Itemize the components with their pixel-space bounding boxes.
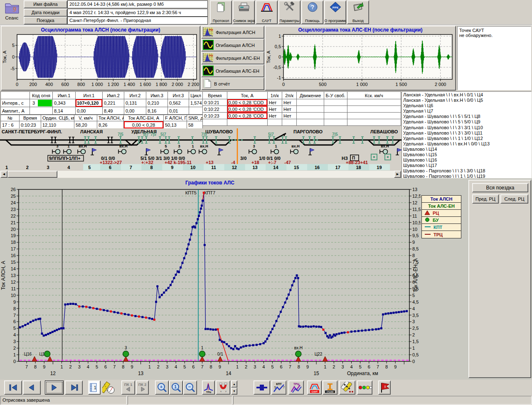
toolbar-button-tools[interactable]: Параметры (278, 0, 300, 24)
toolbar-button-help[interactable]: ?Помощь (301, 0, 323, 24)
zoom-in-button[interactable]: + (155, 380, 169, 395)
svg-text:5: 5 (412, 293, 415, 298)
svg-text:КПТ5: КПТ5 (185, 190, 197, 195)
rc-list-item[interactable]: Ланская - Удельная \ I \ вх.Н \ 0/1 \ Ц4 (403, 92, 530, 98)
rc-list-item[interactable]: Шувалово \ Ц17 (403, 163, 530, 168)
styki-button[interactable]: стыки (323, 380, 337, 395)
spinner-buttons[interactable]: ▲▼ (231, 380, 237, 395)
zoom-out-button[interactable]: − (183, 380, 197, 395)
filter-button-0[interactable]: HzФильтрация АЛСН (201, 26, 264, 39)
rc-list-item[interactable]: Удельная - Шувалово \ I \ 5 \ 5/0 \ Ц9 (403, 119, 530, 125)
ruler-one-button[interactable]: 1 (88, 380, 101, 395)
scroll-left-button[interactable]: ◄ (0, 171, 7, 178)
svg-text:3: 3 (78, 364, 81, 369)
scroll-right-button[interactable]: ► (394, 171, 401, 178)
saut-graph-button[interactable]: САУТ (307, 380, 322, 395)
svg-text:5|7: 5|7 (268, 132, 274, 137)
legend-item-рц: РЦ (422, 210, 461, 217)
filter-button-3[interactable]: Огибающая АЛС-ЕН (201, 64, 264, 77)
traffic-lights-button[interactable] (357, 380, 372, 395)
toolbar-button-exit[interactable]: Выход (347, 0, 369, 24)
marker-style-button[interactable] (254, 380, 270, 395)
all-trip-button[interactable]: Вся поездка (472, 183, 528, 192)
rc-list-item[interactable]: Удельная - Шувалово \ I \ 5 \ 5/1 \ Ц8 (403, 114, 530, 119)
svg-text:2: 2 (157, 364, 160, 369)
svg-text:ТРЦ: ТРЦ (206, 391, 211, 393)
svg-text:4: 4 (262, 364, 265, 369)
svg-text:20: 20 (11, 227, 16, 232)
svg-text:1 000: 1 000 (91, 82, 103, 87)
svg-text:19: 19 (11, 233, 16, 238)
scroll-thumb[interactable] (7, 171, 57, 178)
nav-first-button[interactable] (4, 380, 22, 395)
pen-marks-button[interactable] (339, 380, 355, 395)
legend-label: Ток АЛСН (431, 196, 453, 201)
svg-text:6: 6 (104, 364, 107, 369)
svg-text:6: 6 (368, 364, 370, 369)
rc-list-item[interactable]: Шувалово - Парголово \ I \ 3 \ 3/0 \ Ц18 (403, 168, 530, 174)
svg-text:0/1: 0/1 (217, 352, 223, 356)
svg-text:5|7: 5|7 (160, 132, 166, 137)
printer-icon (238, 2, 250, 13)
session-button[interactable]: 9 Сеанс (1, 0, 23, 25)
track-diagram[interactable]: 12345678910111213141516171819САНКТ-ПЕТЕР… (0, 128, 401, 171)
svg-text:z: z (225, 390, 227, 393)
toolbar-button-document[interactable]: Протокол (210, 0, 232, 24)
svg-text:5: 5 (359, 364, 362, 369)
toolbar-button-about[interactable]: РРКО программе (324, 0, 346, 24)
flag-alert-button[interactable]: ! (378, 380, 391, 395)
rc-list-item[interactable]: Шувалово \ Ц14 (403, 147, 530, 152)
rc-list-item[interactable]: Удельная \ Ц7 (403, 108, 530, 114)
rc-list-item[interactable]: Удельная - Шувалово \ I \ 3 \ 3/1 \ Ц10 (403, 125, 530, 130)
main-toolbar: ПротоколСнимок экранаСАУТПараметры?Помощ… (210, 0, 372, 25)
rc-list-item[interactable]: Удельная \ Ц6 (403, 103, 530, 108)
svg-text:ЛАНСКАЯ: ЛАНСКАЯ (80, 129, 103, 134)
rc-list-item[interactable]: Ланская - Удельная \ I \ вх.Н \ 0/0 \ Ц5 (403, 98, 530, 103)
svg-text:1 000: 1 000 (356, 82, 368, 87)
als-currents-chart[interactable]: Графики токов АЛС01234567891011121314151… (0, 179, 421, 379)
rc-list-item[interactable]: Удельная - Шувалово \ I \ вх.Н \ 0/0 \ Ц… (403, 141, 530, 147)
svg-text:18: 18 (356, 165, 361, 170)
svg-text:1: 1 (13, 352, 16, 357)
svg-text:3: 3 (341, 364, 344, 369)
svg-text:Ток, А: Ток, А (266, 50, 271, 63)
filter-button-2[interactable]: HzФильтрация АЛС-ЕН (201, 52, 264, 64)
rc-list: Ланская - Удельная \ I \ вх.Н \ 0/1 \ Ц4… (402, 92, 531, 179)
rc-list-item[interactable]: Шувалово \ Ц15 (403, 152, 530, 157)
filter-button-4[interactable]: В отчёт (201, 77, 264, 90)
track-scrollbar[interactable]: ◄ ► (0, 171, 401, 178)
trc-graph-button[interactable]: ТРЦ (288, 380, 304, 395)
saut-message-line2: не обнаружено. (459, 33, 529, 38)
svg-text:ЛЕВАШОВО: ЛЕВАШОВО (370, 129, 398, 134)
rc-list-item[interactable]: Шувалово \ Ц16 (403, 157, 530, 163)
rc-list-item[interactable]: Удельная - Шувалово \ I \ 1 \ 1/0 \ Ц12 (403, 136, 530, 141)
magnet-button[interactable]: sz (216, 380, 230, 395)
svg-text:5: 5 (271, 364, 273, 369)
svg-text:ПАРГОЛОВО: ПАРГОЛОВО (293, 129, 323, 134)
svg-text:9: 9 (171, 165, 173, 170)
nav-next-button[interactable] (45, 380, 64, 395)
svg-text:3: 3 (253, 144, 255, 148)
svg-text:2: 2 (245, 364, 247, 369)
prev-rc-button[interactable]: Пред. РЦ (472, 194, 499, 204)
pk1-prev-button[interactable]: ПК 1 (121, 380, 135, 395)
svg-text:10: 10 (412, 227, 417, 232)
rc-list-item[interactable]: Удельная - Шувалово \ I \ 3 \ 3/0 \ Ц11 (403, 130, 530, 136)
envelope-icon (203, 66, 214, 76)
nav-prev-button[interactable] (23, 380, 41, 395)
kpt-graph-button[interactable]: КПТ57 (271, 380, 286, 395)
ruler-compass-icon[interactable] (101, 380, 116, 395)
filter-button-1[interactable]: Огибающая АЛСН (201, 39, 264, 52)
trc-peak-button[interactable]: ТРЦ (202, 380, 215, 395)
next-rc-button[interactable]: След. РЦ (500, 194, 528, 204)
zoom-one-button[interactable]: 1 (169, 380, 183, 395)
session-label: Сеанс (1, 15, 23, 20)
nav-last-button[interactable] (65, 380, 83, 395)
pk2-next-button[interactable]: ПК 2 (136, 380, 149, 395)
svg-text:9: 9 (219, 364, 221, 369)
svg-text:7: 7 (25, 364, 28, 369)
svg-text:7: 7 (283, 386, 285, 389)
toolbar-button-printer[interactable]: Снимок экрана (233, 0, 255, 24)
toolbar-button-saut[interactable]: САУТ (256, 0, 278, 24)
svg-text:ШУВАЛОВО: ШУВАЛОВО (205, 129, 233, 134)
